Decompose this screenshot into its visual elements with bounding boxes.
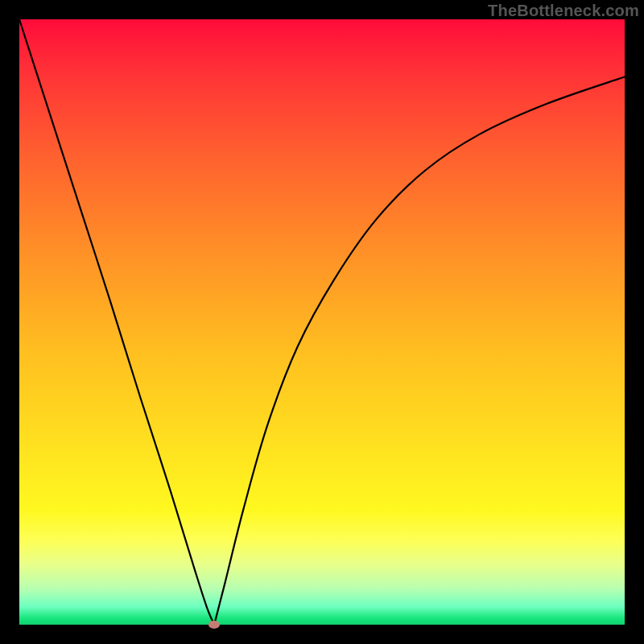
curve-left-branch — [19, 19, 214, 625]
bottleneck-curve — [19, 19, 625, 625]
curve-right-branch — [214, 76, 625, 625]
minimum-marker — [208, 621, 220, 629]
plot-area — [19, 19, 625, 625]
watermark-text: TheBottleneck.com — [488, 2, 639, 20]
chart-frame: TheBottleneck.com — [0, 0, 644, 644]
